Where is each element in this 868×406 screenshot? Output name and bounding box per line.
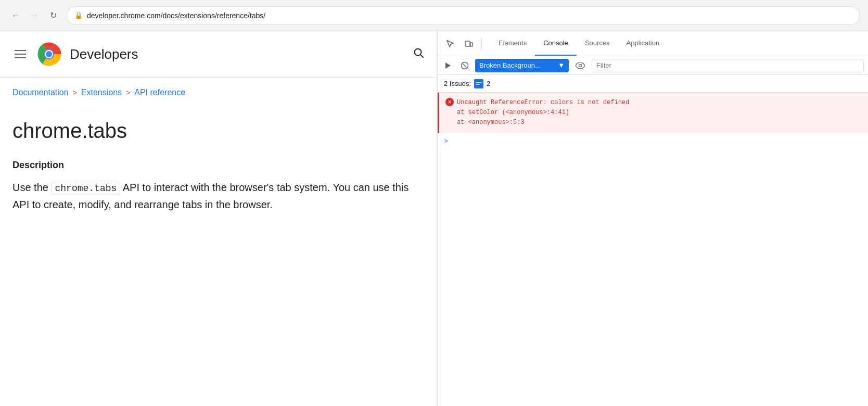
console-error-message: ✕ Uncaught ReferenceError: colors is not… (438, 93, 868, 133)
page-header: Developers (0, 31, 437, 78)
console-caret[interactable]: > (438, 133, 868, 149)
description-text-1: Use the (12, 182, 51, 193)
inspect-element-button[interactable] (442, 35, 458, 52)
error-trace-1: at setColor (<anonymous>:4:41) (457, 108, 862, 118)
main-area: Developers Documentation > Extensions > … (0, 31, 868, 406)
browser-toolbar: ← → ↻ 🔒 developer.chrome.com/docs/extens… (0, 0, 868, 31)
issues-label: 2 Issues: (444, 80, 471, 87)
issues-icon (474, 79, 483, 88)
breadcrumb-sep-1: > (73, 88, 77, 97)
svg-marker-8 (445, 62, 451, 69)
site-title: Developers (70, 46, 138, 62)
breadcrumb-sep-2: > (126, 88, 130, 97)
tab-sources[interactable]: Sources (577, 31, 618, 56)
console-toolbar: Broken Backgroun... ▼ (438, 56, 868, 75)
context-selector-arrow: ▼ (558, 61, 565, 69)
issues-bar[interactable]: 2 Issues: 2 (438, 75, 868, 93)
url-text: developer.chrome.com/docs/extensions/ref… (87, 11, 265, 20)
console-clear-button[interactable] (458, 59, 471, 72)
back-button[interactable]: ← (8, 8, 23, 23)
page-content: Developers Documentation > Extensions > … (0, 31, 437, 406)
lock-icon: 🔒 (74, 11, 83, 19)
forward-button[interactable]: → (27, 8, 42, 23)
code-inline-chrome-tabs: chrome.tabs (51, 182, 120, 195)
console-messages: ✕ Uncaught ReferenceError: colors is not… (438, 93, 868, 406)
devtools-panel: Elements Console Sources Application (437, 31, 868, 406)
breadcrumb: Documentation > Extensions > API referen… (0, 78, 437, 106)
error-message: Uncaught ReferenceError: colors is not d… (457, 98, 629, 108)
svg-line-10 (463, 64, 466, 67)
breadcrumb-extensions[interactable]: Extensions (81, 88, 122, 97)
hamburger-menu[interactable] (12, 48, 28, 60)
page-title: chrome.tabs (0, 106, 437, 160)
nav-buttons: ← → ↻ (8, 8, 60, 23)
error-trace-2: at <anonymous>:5:3 (457, 118, 862, 128)
svg-rect-6 (465, 41, 470, 46)
search-button[interactable] (413, 47, 424, 61)
chrome-logo (36, 42, 61, 67)
reload-button[interactable]: ↻ (46, 8, 60, 23)
filter-input[interactable] (592, 59, 864, 72)
svg-point-3 (46, 51, 52, 57)
devtools-top-toolbar: Elements Console Sources Application (438, 31, 868, 56)
error-icon: ✕ (445, 98, 454, 106)
tab-console[interactable]: Console (535, 31, 577, 56)
description-text: Use the chrome.tabs API to interact with… (12, 179, 424, 213)
devtools-tabs: Elements Console Sources Application (490, 31, 668, 56)
address-bar[interactable]: 🔒 developer.chrome.com/docs/extensions/r… (67, 6, 860, 25)
svg-rect-7 (470, 43, 473, 46)
eye-button[interactable] (573, 58, 588, 73)
svg-rect-12 (475, 81, 482, 86)
console-play-button[interactable] (442, 59, 454, 72)
svg-line-5 (420, 55, 423, 57)
device-toolbar-button[interactable] (461, 35, 477, 52)
context-selector-label: Broken Backgroun... (479, 61, 541, 69)
description-label: Description (12, 160, 424, 171)
svg-point-11 (579, 64, 582, 67)
toolbar-separator (481, 39, 482, 49)
breadcrumb-documentation[interactable]: Documentation (12, 88, 69, 97)
issues-count: 2 (487, 80, 490, 87)
tab-application[interactable]: Application (618, 31, 668, 56)
description-section: Description Use the chrome.tabs API to i… (0, 160, 437, 225)
tab-elements[interactable]: Elements (490, 31, 535, 56)
breadcrumb-api-reference[interactable]: API reference (134, 88, 185, 97)
context-selector[interactable]: Broken Backgroun... ▼ (475, 59, 569, 72)
